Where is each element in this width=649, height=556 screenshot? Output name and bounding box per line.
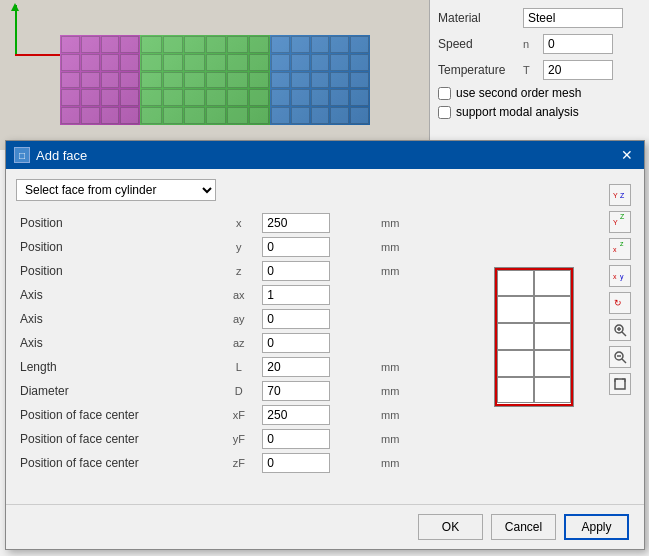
face-cell: [534, 323, 571, 350]
cylinder-mesh: // Generate mesh cells inline document.c…: [60, 20, 400, 140]
dialog-titlebar: □ Add face ✕: [6, 141, 644, 169]
field-unit-7: D: [219, 379, 258, 403]
svg-rect-16: [615, 379, 625, 389]
zoom-out-icon[interactable]: [609, 346, 631, 368]
speed-input[interactable]: [543, 34, 613, 54]
temperature-input[interactable]: [543, 60, 613, 80]
svg-text:z: z: [620, 241, 624, 247]
second-order-checkbox[interactable]: [438, 87, 451, 100]
svg-text:Y: Y: [613, 192, 618, 199]
field-input-7[interactable]: [262, 381, 330, 401]
field-input-3[interactable]: [262, 285, 330, 305]
temperature-unit: T: [523, 64, 543, 76]
axis-xz-icon[interactable]: xz: [609, 238, 631, 260]
material-input[interactable]: [523, 8, 623, 28]
field-label-6: Length: [16, 355, 219, 379]
field-input-4[interactable]: [262, 309, 330, 329]
face-grid: [495, 268, 573, 406]
field-input-9[interactable]: [262, 429, 330, 449]
temperature-label: Temperature: [438, 63, 523, 77]
dialog-icon: □: [14, 147, 30, 163]
field-input-10[interactable]: [262, 453, 330, 473]
field-label-1: Position: [16, 235, 219, 259]
ok-button[interactable]: OK: [418, 514, 483, 540]
x-axis: [15, 54, 65, 56]
field-suffix-9: mm: [377, 427, 424, 451]
mesh-blue: document.currentScript.parentElement.inn…: [270, 35, 370, 125]
cancel-button[interactable]: Cancel: [491, 514, 556, 540]
field-suffix-6: mm: [377, 355, 424, 379]
field-input-2[interactable]: [262, 261, 330, 281]
form-row: Diameter D mm: [16, 379, 424, 403]
form-row: Length L mm: [16, 355, 424, 379]
dropdown-row: Select face from cylinder: [16, 179, 424, 201]
field-unit-4: ay: [219, 307, 258, 331]
zoom-in-icon[interactable]: [609, 319, 631, 341]
form-row: Position of face center zF mm: [16, 451, 424, 475]
dialog-footer: OK Cancel Apply: [6, 504, 644, 549]
y-axis: [15, 5, 17, 55]
face-cell: [534, 377, 571, 404]
face-cell: [497, 323, 534, 350]
field-label-4: Axis: [16, 307, 219, 331]
form-row: Axis ay: [16, 307, 424, 331]
form-row: Position y mm: [16, 235, 424, 259]
svg-text:y: y: [620, 273, 624, 281]
field-input-1[interactable]: [262, 237, 330, 257]
field-unit-0: x: [219, 211, 258, 235]
close-button[interactable]: ✕: [618, 146, 636, 164]
face-select[interactable]: Select face from cylinder: [16, 179, 216, 201]
apply-button[interactable]: Apply: [564, 514, 629, 540]
field-suffix-10: mm: [377, 451, 424, 475]
field-input-8[interactable]: [262, 405, 330, 425]
rotate-icon[interactable]: ↻: [609, 292, 631, 314]
field-label-2: Position: [16, 259, 219, 283]
field-unit-10: zF: [219, 451, 258, 475]
preview-section: YZ YZ xz xy ↻: [434, 179, 634, 494]
speed-label: Speed: [438, 37, 523, 51]
field-label-10: Position of face center: [16, 451, 219, 475]
field-input-6[interactable]: [262, 357, 330, 377]
form-section: Select face from cylinder Position x mm …: [16, 179, 424, 494]
face-cell: [497, 296, 534, 323]
field-input-0[interactable]: [262, 213, 330, 233]
field-suffix-5: [377, 331, 424, 355]
second-order-label: use second order mesh: [456, 86, 581, 100]
axis-3d-icon[interactable]: YZ: [609, 211, 631, 233]
field-label-5: Axis: [16, 331, 219, 355]
add-face-dialog: □ Add face ✕ Select face from cylinder P…: [5, 140, 645, 550]
svg-text:Z: Z: [620, 192, 625, 199]
modal-analysis-checkbox[interactable]: [438, 106, 451, 119]
field-suffix-3: [377, 283, 424, 307]
mesh-pink: // Generate mesh cells inline document.c…: [60, 35, 140, 125]
form-row: Position of face center yF mm: [16, 427, 424, 451]
background-view: // Generate mesh cells inline document.c…: [0, 0, 649, 150]
field-unit-5: az: [219, 331, 258, 355]
form-table: Position x mm Position y mm Position z m…: [16, 211, 424, 475]
field-label-7: Diameter: [16, 379, 219, 403]
properties-panel: Material Speed n Temperature T use secon…: [429, 0, 649, 150]
svg-text:x: x: [613, 246, 617, 253]
field-input-5[interactable]: [262, 333, 330, 353]
field-label-3: Axis: [16, 283, 219, 307]
field-unit-6: L: [219, 355, 258, 379]
svg-text:↻: ↻: [614, 298, 622, 308]
zoom-fit-icon[interactable]: [609, 373, 631, 395]
axis-xy-icon[interactable]: xy: [609, 265, 631, 287]
svg-text:Z: Z: [620, 214, 625, 220]
field-unit-1: y: [219, 235, 258, 259]
face-cell: [497, 350, 534, 377]
mesh-green: document.currentScript.parentElement.inn…: [140, 35, 270, 125]
form-row: Position z mm: [16, 259, 424, 283]
field-suffix-2: mm: [377, 259, 424, 283]
axis-yz-icon[interactable]: YZ: [609, 184, 631, 206]
right-toolbar: YZ YZ xz xy ↻: [606, 179, 634, 494]
face-cell: [497, 270, 534, 297]
svg-text:Y: Y: [613, 219, 618, 226]
dialog-content: Select face from cylinder Position x mm …: [6, 169, 644, 504]
dialog-title: □ Add face: [14, 147, 87, 163]
svg-text:x: x: [613, 273, 617, 280]
field-suffix-1: mm: [377, 235, 424, 259]
field-unit-9: yF: [219, 427, 258, 451]
face-cell: [534, 270, 571, 297]
